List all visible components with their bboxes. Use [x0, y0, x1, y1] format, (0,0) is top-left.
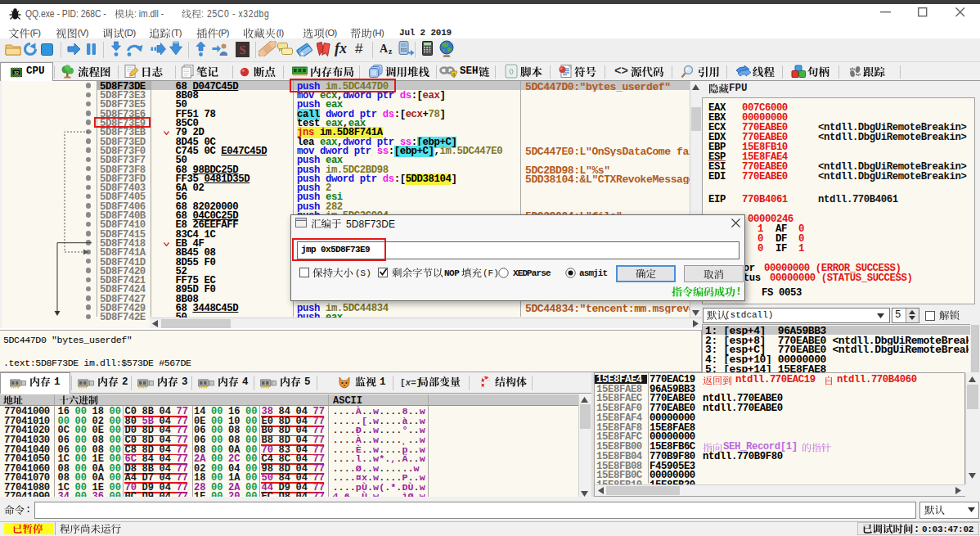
svg-text:!: ! [453, 72, 455, 77]
svg-text:〈〉: 〈〉 [509, 68, 514, 75]
svg-text:32: 32 [14, 70, 19, 75]
svg-text:S: S [240, 44, 246, 56]
